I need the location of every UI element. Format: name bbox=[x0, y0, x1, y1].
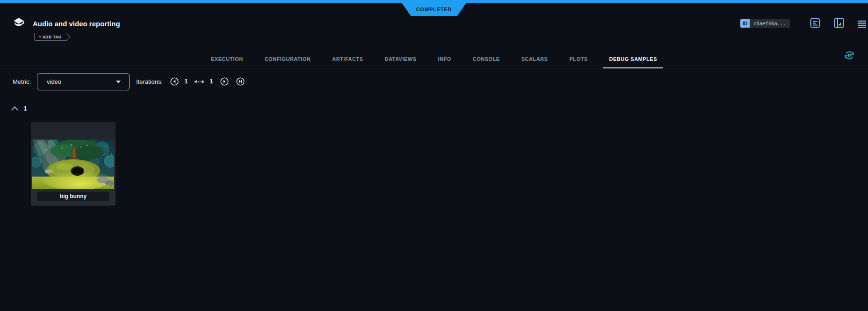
iteration-group-label: 1 bbox=[23, 105, 27, 112]
chevron-down-caret-icon bbox=[116, 81, 121, 83]
split-view-button[interactable] bbox=[833, 17, 845, 29]
add-tag-label: + ADD TAG bbox=[39, 35, 62, 39]
iteration-to-value: 1 bbox=[210, 78, 213, 85]
tab-execution[interactable]: EXECUTION bbox=[200, 50, 254, 68]
prev-iteration-button[interactable] bbox=[170, 77, 179, 86]
last-iteration-icon bbox=[236, 77, 245, 86]
metric-label: Metric: bbox=[13, 78, 31, 85]
id-value: c0aef46a... bbox=[750, 19, 790, 28]
tab-plots[interactable]: PLOTS bbox=[558, 50, 598, 68]
iteration-group-header[interactable]: 1 bbox=[11, 105, 27, 112]
experiment-id-badge[interactable]: ID c0aef46a... bbox=[740, 19, 790, 28]
tab-dataviews[interactable]: DATAVIEWS bbox=[374, 50, 427, 68]
chevron-up-icon bbox=[11, 106, 18, 111]
auto-refresh-button[interactable] bbox=[843, 49, 856, 62]
debug-sample-card[interactable]: big bunny bbox=[31, 122, 116, 206]
next-iteration-icon bbox=[220, 77, 229, 86]
debug-sample-card-header bbox=[31, 122, 116, 140]
id-label: ID bbox=[740, 19, 750, 28]
tab-artifacts[interactable]: ARTIFACTS bbox=[321, 50, 374, 68]
details-icon bbox=[810, 18, 820, 28]
add-tag-button[interactable]: + ADD TAG bbox=[34, 33, 66, 41]
tab-configuration[interactable]: CONFIGURATION bbox=[254, 50, 322, 68]
tab-info[interactable]: INFO bbox=[427, 50, 462, 68]
next-iteration-button[interactable] bbox=[220, 77, 229, 86]
experiment-page: COMPLETED Audio and video reporting + AD… bbox=[0, 0, 868, 311]
tab-scalars[interactable]: SCALARS bbox=[511, 50, 559, 68]
split-view-icon bbox=[834, 18, 844, 28]
iterations-label: Iterations: bbox=[136, 78, 163, 85]
iteration-range-icon bbox=[194, 79, 204, 84]
prev-iteration-icon bbox=[170, 77, 179, 86]
sample-caption: big bunny bbox=[36, 191, 110, 201]
sample-thumbnail[interactable] bbox=[32, 140, 114, 189]
clearml-logo-icon bbox=[12, 16, 25, 29]
menu-button[interactable] bbox=[856, 18, 868, 30]
status-banner: COMPLETED bbox=[402, 3, 466, 16]
tab-console[interactable]: CONSOLE bbox=[462, 50, 511, 68]
page-title: Audio and video reporting bbox=[33, 20, 120, 28]
details-button[interactable] bbox=[810, 17, 821, 29]
tab-bar: EXECUTION CONFIGURATION ARTIFACTS DATAVI… bbox=[0, 50, 868, 68]
metric-dropdown-value: video bbox=[47, 78, 116, 85]
menu-icon bbox=[857, 20, 867, 28]
status-color-bar bbox=[0, 0, 868, 3]
auto-refresh-icon bbox=[843, 49, 856, 62]
sample-title: big bunny bbox=[60, 193, 87, 200]
iteration-from-value: 1 bbox=[184, 78, 188, 85]
status-banner-label: COMPLETED bbox=[416, 7, 452, 12]
last-iteration-button[interactable] bbox=[236, 77, 245, 86]
tab-debug-samples[interactable]: DEBUG SAMPLES bbox=[599, 50, 668, 68]
metric-dropdown[interactable]: video bbox=[37, 73, 130, 90]
